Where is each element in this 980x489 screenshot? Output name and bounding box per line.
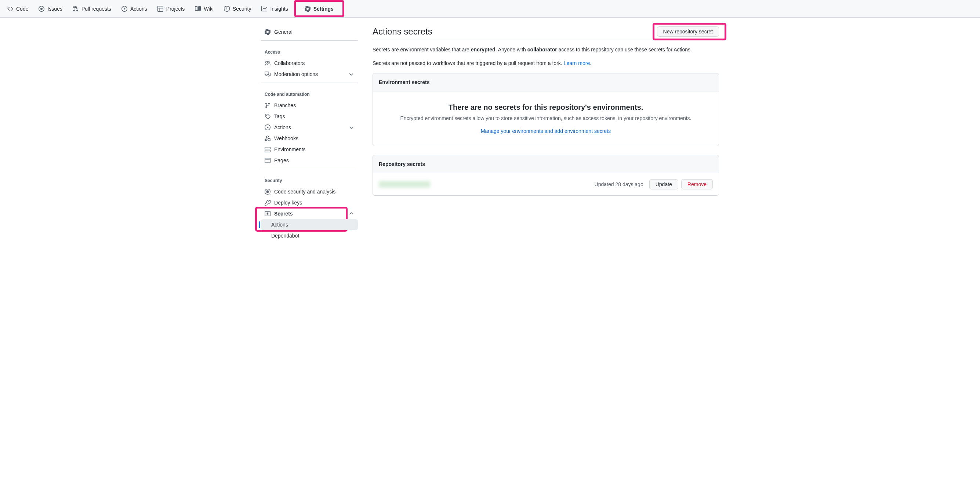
tab-insights-label: Insights (270, 6, 288, 12)
environment-secrets-empty: There are no secrets for this repository… (373, 91, 719, 146)
empty-state-description: Encrypted environment secrets allow you … (385, 115, 707, 122)
tab-pulls[interactable]: Pull requests (68, 0, 116, 17)
page-title: Actions secrets (372, 26, 433, 37)
empty-state-title: There are no secrets for this repository… (385, 103, 707, 111)
sidebar-item-branches[interactable]: Branches (261, 100, 358, 111)
book-icon (195, 6, 201, 12)
tab-wiki-label: Wiki (204, 6, 213, 12)
server-icon (265, 147, 270, 152)
sidebar-section-security: Security (261, 172, 358, 186)
repo-topnav: Code Issues Pull requests Actions Projec… (0, 0, 980, 18)
tab-security-label: Security (233, 6, 251, 12)
description-fork: Secrets are not passed to workflows that… (372, 59, 719, 67)
update-secret-button[interactable]: Update (649, 179, 678, 190)
sidebar-item-label: Environments (274, 147, 306, 152)
tab-insights[interactable]: Insights (257, 0, 292, 17)
environment-secrets-header: Environment secrets (373, 73, 719, 91)
remove-secret-button[interactable]: Remove (681, 179, 713, 190)
chevron-down-icon (348, 124, 354, 130)
sidebar-item-label: Pages (274, 158, 289, 163)
sidebar-item-label: Collaborators (274, 60, 305, 66)
sidebar-item-label: Moderation options (274, 71, 318, 77)
divider (261, 40, 358, 41)
sidebar-subitem-secrets-dependabot[interactable]: Dependabot (261, 230, 358, 241)
sidebar-item-label: Dependabot (271, 233, 299, 239)
key-asterisk-icon (265, 211, 270, 217)
sidebar-item-label: Secrets (274, 211, 293, 217)
code-icon (7, 6, 13, 12)
sidebar-item-deploy-keys[interactable]: Deploy keys (261, 197, 358, 208)
chevron-up-icon (348, 211, 354, 217)
divider (261, 169, 358, 169)
chevron-down-icon (348, 71, 354, 77)
tab-code-label: Code (16, 6, 28, 12)
tab-pulls-label: Pull requests (81, 6, 111, 12)
sidebar-item-label: Tags (274, 113, 285, 119)
sidebar-section-code: Code and automation (261, 86, 358, 100)
tab-projects[interactable]: Projects (153, 0, 189, 17)
page-header: Actions secrets New repository secret (372, 26, 719, 40)
shield-icon (224, 6, 230, 12)
divider (261, 83, 358, 83)
sidebar-item-actions[interactable]: Actions (261, 122, 358, 133)
environment-secrets-box: Environment secrets There are no secrets… (372, 73, 719, 146)
sidebar-item-moderation[interactable]: Moderation options (261, 68, 358, 80)
description-encrypted: Secrets are environment variables that a… (372, 46, 719, 54)
play-icon (121, 6, 127, 12)
people-icon (265, 60, 270, 66)
content-area: Actions secrets New repository secret Se… (364, 26, 725, 241)
sidebar-item-webhooks[interactable]: Webhooks (261, 133, 358, 144)
pull-request-icon (73, 6, 78, 12)
tab-security[interactable]: Security (220, 0, 256, 17)
tab-projects-label: Projects (166, 6, 185, 12)
sidebar-item-label: General (274, 29, 293, 35)
sidebar-item-code-security[interactable]: Code security and analysis (261, 186, 358, 197)
tab-actions[interactable]: Actions (117, 0, 151, 17)
git-branch-icon (265, 102, 270, 108)
sidebar-item-tags[interactable]: Tags (261, 111, 358, 122)
secret-name-redacted (379, 181, 430, 188)
sidebar-item-environments[interactable]: Environments (261, 144, 358, 155)
play-icon (265, 124, 270, 130)
graph-icon (261, 6, 267, 12)
gear-icon (265, 29, 270, 35)
learn-more-link[interactable]: Learn more (564, 60, 590, 66)
tag-icon (265, 113, 270, 119)
sidebar-item-label: Actions (274, 124, 291, 130)
comment-discussion-icon (265, 71, 270, 77)
repository-secrets-header: Repository secrets (373, 155, 719, 173)
tab-issues[interactable]: Issues (34, 0, 67, 17)
sidebar-item-general[interactable]: General (261, 26, 358, 37)
secret-row: Updated 28 days ago Update Remove (373, 173, 719, 195)
sidebar-section-access: Access (261, 44, 358, 57)
repository-secrets-box: Repository secrets Updated 28 days ago U… (372, 155, 719, 196)
sidebar-item-label: Webhooks (274, 135, 298, 141)
browser-icon (265, 158, 270, 163)
codescan-icon (265, 189, 270, 194)
settings-sidebar: General Access Collaborators Moderation … (255, 26, 364, 241)
manage-environments-link[interactable]: Manage your environments and add environ… (481, 128, 611, 134)
secret-updated-at: Updated 28 days ago (595, 182, 643, 187)
tab-settings[interactable]: Settings (294, 0, 344, 17)
tab-actions-label: Actions (130, 6, 147, 12)
issue-icon (38, 6, 45, 12)
key-icon (265, 200, 270, 205)
sidebar-item-label: Branches (274, 102, 296, 108)
sidebar-item-label: Actions (271, 222, 288, 228)
sidebar-item-pages[interactable]: Pages (261, 155, 358, 166)
sidebar-item-collaborators[interactable]: Collaborators (261, 57, 358, 68)
table-icon (158, 6, 163, 12)
new-repository-secret-button[interactable]: New repository secret (657, 26, 719, 37)
gear-icon (305, 6, 310, 12)
tab-code[interactable]: Code (3, 0, 33, 17)
tab-wiki[interactable]: Wiki (191, 0, 218, 17)
sidebar-item-secrets[interactable]: Secrets (261, 208, 358, 219)
sidebar-subitem-secrets-actions[interactable]: Actions (261, 219, 358, 230)
tab-issues-label: Issues (47, 6, 62, 12)
sidebar-item-label: Code security and analysis (274, 189, 336, 194)
tab-settings-label: Settings (313, 6, 334, 12)
webhook-icon (265, 135, 270, 141)
sidebar-item-label: Deploy keys (274, 200, 302, 205)
